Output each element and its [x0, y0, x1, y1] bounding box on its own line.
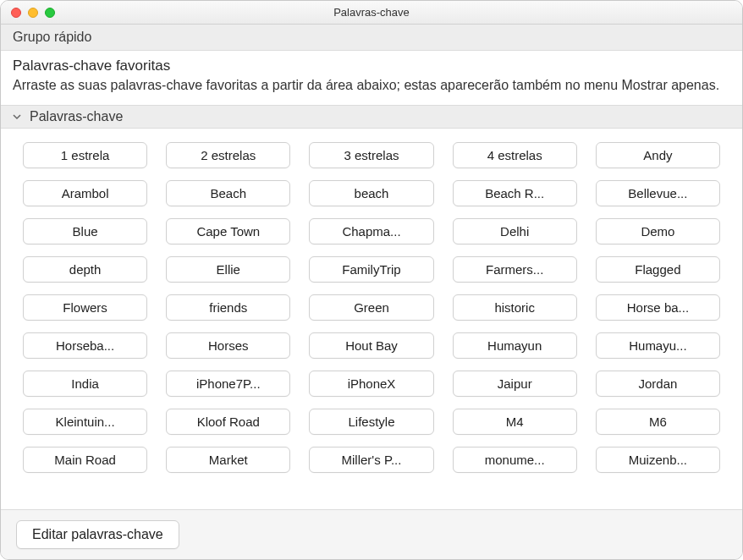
footer: Editar palavras-chave — [1, 509, 742, 559]
keyword-chip[interactable]: Muizenb... — [596, 447, 720, 473]
keyword-chip[interactable]: Kloof Road — [166, 409, 290, 435]
keyword-chip[interactable]: Andy — [596, 142, 720, 168]
keyword-chip[interactable]: iPhoneX — [309, 371, 433, 397]
keyword-chip[interactable]: India — [23, 371, 147, 397]
keyword-chip[interactable]: Green — [309, 294, 433, 321]
keyword-chip[interactable]: 3 estrelas — [309, 142, 433, 168]
quick-group-header: Grupo rápido — [1, 25, 742, 51]
keyword-chip[interactable]: Delhi — [453, 218, 577, 244]
keyword-chip[interactable]: Miller's P... — [309, 447, 433, 473]
keyword-chip[interactable]: Blue — [23, 218, 147, 244]
keyword-chip[interactable]: Horses — [166, 332, 290, 359]
keyword-chip[interactable]: iPhone7P... — [166, 371, 290, 397]
minimize-icon[interactable] — [28, 8, 38, 18]
keyword-chip[interactable]: Horse ba... — [596, 294, 720, 321]
keyword-chip[interactable]: Bellevue... — [596, 180, 720, 206]
keyword-chip[interactable]: Beach — [166, 180, 290, 206]
favorites-section: Palavras-chave favoritas Arraste as suas… — [1, 51, 742, 106]
keyword-chip[interactable]: friends — [166, 294, 290, 321]
keyword-grid: 1 estrela2 estrelas3 estrelas4 estrelasA… — [1, 129, 742, 486]
keyword-chip[interactable]: Market — [166, 447, 290, 473]
keyword-chip[interactable]: Jordan — [596, 371, 720, 397]
quick-group-label: Grupo rápido — [13, 30, 91, 44]
keyword-chip[interactable]: M6 — [596, 409, 720, 435]
keyword-chip[interactable]: Flagged — [596, 256, 720, 283]
keyword-chip[interactable]: Farmers... — [453, 256, 577, 283]
keyword-chip[interactable]: 4 estrelas — [453, 142, 577, 168]
keyword-chip[interactable]: Flowers — [23, 294, 147, 321]
keyword-chip[interactable]: historic — [453, 294, 577, 321]
keyword-chip[interactable]: Demo — [596, 218, 720, 244]
keyword-chip[interactable]: Lifestyle — [309, 409, 433, 435]
favorites-description: Arraste as suas palavras-chave favoritas… — [13, 76, 730, 95]
maximize-icon[interactable] — [45, 8, 55, 18]
chevron-down-icon — [13, 113, 21, 121]
keyword-chip[interactable]: Hout Bay — [309, 332, 433, 359]
edit-keywords-button[interactable]: Editar palavras-chave — [16, 520, 179, 549]
keyword-chip[interactable]: Chapma... — [309, 218, 433, 244]
titlebar: Palavras-chave — [1, 1, 742, 25]
keyword-chip[interactable]: Kleintuin... — [23, 409, 147, 435]
keyword-chip[interactable]: Jaipur — [453, 371, 577, 397]
keyword-chip[interactable]: Humayun — [453, 332, 577, 359]
keyword-chip[interactable]: Humayu... — [596, 332, 720, 359]
keyword-chip[interactable]: M4 — [453, 409, 577, 435]
keyword-chip[interactable]: monume... — [453, 447, 577, 473]
keyword-chip[interactable]: 1 estrela — [23, 142, 147, 168]
window-title: Palavras-chave — [1, 6, 742, 19]
keywords-header[interactable]: Palavras-chave — [1, 106, 742, 129]
keyword-chip[interactable]: FamilyTrip — [309, 256, 433, 283]
keyword-chip[interactable]: Beach R... — [453, 180, 577, 206]
keywords-label: Palavras-chave — [30, 109, 123, 124]
keyword-chip[interactable]: Ellie — [166, 256, 290, 283]
keyword-chip[interactable]: depth — [23, 256, 147, 283]
keyword-chip[interactable]: Horseba... — [23, 332, 147, 359]
favorites-title: Palavras-chave favoritas — [13, 58, 730, 74]
keyword-chip[interactable]: Cape Town — [166, 218, 290, 244]
close-icon[interactable] — [11, 8, 21, 18]
keyword-chip[interactable]: beach — [309, 180, 433, 206]
traffic-lights — [1, 8, 55, 18]
keyword-chip[interactable]: Main Road — [23, 447, 147, 473]
keyword-chip[interactable]: Arambol — [23, 180, 147, 206]
keyword-chip[interactable]: 2 estrelas — [166, 142, 290, 168]
